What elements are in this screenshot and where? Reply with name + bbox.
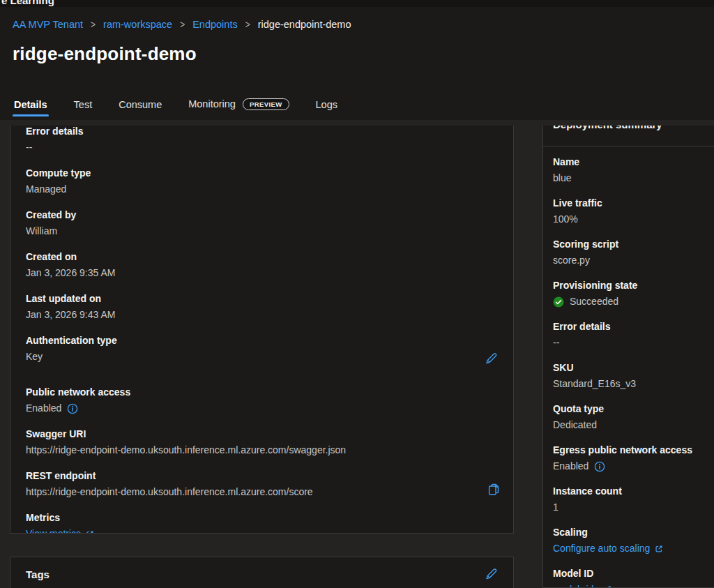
tab-bar: Details Test Consume Monitoring PREVIEW … bbox=[13, 98, 339, 121]
field-metrics: Metrics View metrics bbox=[26, 511, 498, 534]
info-icon[interactable] bbox=[67, 403, 78, 414]
checkmark-circle-icon bbox=[553, 296, 564, 308]
field-created-by: Created by William bbox=[26, 208, 498, 239]
preview-badge: PREVIEW bbox=[243, 98, 289, 111]
breadcrumb-separator-icon: > bbox=[245, 18, 250, 31]
tab-content-details: Error details -- Compute type Managed Cr… bbox=[0, 120, 714, 588]
breadcrumb-separator-icon: > bbox=[91, 18, 96, 31]
edit-pencil-icon[interactable] bbox=[484, 352, 498, 365]
field-live-traffic: Live traffic 100% bbox=[553, 196, 714, 227]
panel-title-clipped: Deployment summary bbox=[543, 126, 714, 146]
edit-pencil-icon[interactable] bbox=[484, 567, 498, 581]
tags-card: Tags bbox=[10, 557, 514, 588]
info-icon[interactable] bbox=[594, 461, 605, 472]
endpoint-attributes-card: Error details -- Compute type Managed Cr… bbox=[10, 126, 514, 534]
field-created-on: Created on Jan 3, 2026 9:35 AM bbox=[26, 250, 498, 280]
tab-test[interactable]: Test bbox=[73, 99, 94, 120]
tags-title: Tags bbox=[26, 568, 50, 580]
external-link-icon bbox=[654, 544, 664, 554]
view-metrics-link[interactable]: View metrics bbox=[26, 527, 95, 534]
configure-auto-scaling-link[interactable]: Configure auto scaling bbox=[553, 541, 664, 556]
field-model-id: Model ID model-ridge:1 bbox=[553, 566, 714, 588]
tab-logs[interactable]: Logs bbox=[314, 99, 339, 120]
tab-consume[interactable]: Consume bbox=[117, 99, 163, 120]
field-deployment-name: Name blue bbox=[553, 155, 714, 186]
breadcrumb: AA MVP Tenant > ram-workspace > Endpoint… bbox=[13, 19, 351, 30]
field-provisioning-state: Provisioning state Succeeded bbox=[553, 278, 714, 309]
breadcrumb-separator-icon: > bbox=[180, 18, 185, 31]
breadcrumb-workspace[interactable]: ram-workspace bbox=[103, 19, 172, 30]
field-authentication-type: Authentication type Key bbox=[26, 333, 498, 364]
model-id-link[interactable]: model-ridge:1 bbox=[553, 582, 613, 588]
deployment-summary-panel: Deployment summary Name blue Live traffi… bbox=[542, 126, 714, 588]
field-egress-public-network-access: Egress public network access Enabled bbox=[553, 443, 714, 474]
page-header: AA MVP Tenant > ram-workspace > Endpoint… bbox=[0, 7, 714, 120]
copy-icon[interactable] bbox=[487, 483, 501, 497]
field-instance-count: Instance count 1 bbox=[553, 484, 714, 515]
breadcrumb-current: ridge-endpoint-demo bbox=[258, 19, 351, 30]
field-error-details: Error details -- bbox=[26, 126, 498, 155]
field-last-updated-on: Last updated on Jan 3, 2026 9:43 AM bbox=[26, 292, 498, 322]
field-error-details: Error details -- bbox=[553, 319, 714, 350]
tab-monitoring[interactable]: Monitoring PREVIEW bbox=[187, 98, 290, 121]
field-swagger-uri: Swagger URI https://ridge-endpoint-demo.… bbox=[26, 427, 498, 458]
breadcrumb-endpoints[interactable]: Endpoints bbox=[192, 19, 238, 30]
field-quota-type: Quota type Dedicated bbox=[553, 402, 714, 432]
field-compute-type: Compute type Managed bbox=[26, 166, 498, 197]
field-scaling: Scaling Configure auto scaling bbox=[553, 525, 714, 556]
field-rest-endpoint: REST endpoint https://ridge-endpoint-dem… bbox=[26, 469, 498, 499]
external-link-icon bbox=[85, 529, 95, 534]
app-header-strip: e Learning bbox=[0, 0, 714, 7]
page-title: ridge-endpoint-demo bbox=[13, 43, 197, 65]
field-public-network-access: Public network access Enabled bbox=[26, 385, 498, 416]
field-scoring-script: Scoring script score.py bbox=[553, 237, 714, 268]
breadcrumb-tenant[interactable]: AA MVP Tenant bbox=[13, 19, 83, 30]
tab-details[interactable]: Details bbox=[13, 99, 49, 120]
app-title-fragment: e Learning bbox=[1, 0, 54, 6]
field-sku: SKU Standard_E16s_v3 bbox=[553, 361, 714, 391]
